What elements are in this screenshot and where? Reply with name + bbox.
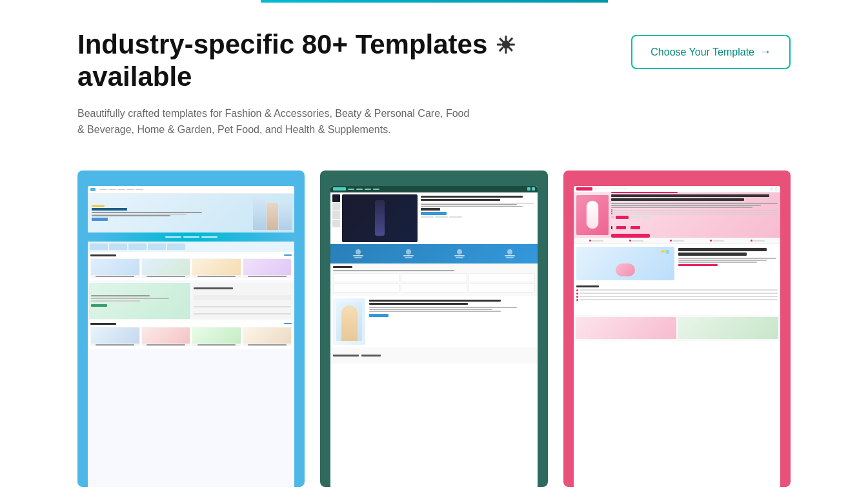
skincare-nav [88, 186, 294, 194]
template-screenshot-supplement [574, 186, 780, 487]
template-card-skincare[interactable] [77, 170, 305, 487]
supplement-mockup [574, 186, 780, 487]
tb-main-product [330, 296, 537, 347]
skincare-categories [88, 242, 294, 252]
skincare-arrivals-grid [90, 327, 292, 346]
skincare-hero-banner [88, 194, 294, 232]
hero-title: Industry-specific 80+ Templates ☀ availa… [77, 28, 516, 94]
main-content: Industry-specific 80+ Templates ☀ availa… [0, 3, 868, 487]
hero-section: Industry-specific 80+ Templates ☀ availa… [77, 28, 791, 138]
skincare-new-arrivals [88, 320, 294, 349]
choose-template-button[interactable]: Choose Your Template → [631, 35, 791, 69]
toothbrush-mockup [330, 186, 537, 487]
template-card-toothbrush[interactable] [320, 170, 547, 487]
supp-nav [574, 186, 780, 192]
choose-template-label: Choose Your Template [651, 46, 754, 58]
template-screenshot-skincare [88, 186, 294, 487]
arrow-icon: → [760, 45, 771, 59]
hero-right: Choose Your Template → [631, 28, 791, 69]
hero-description: Beautifully crafted templates for Fashio… [77, 105, 478, 138]
supp-daily-section [574, 244, 780, 283]
skincare-social-proof [88, 282, 294, 320]
supp-product-images [574, 315, 780, 341]
sun-icon: ☀ [495, 32, 516, 59]
supp-benefits [574, 283, 780, 315]
tb-blue-band [330, 244, 537, 264]
tb-features [330, 264, 537, 296]
template-screenshot-toothbrush [330, 186, 537, 487]
supp-badges [574, 238, 780, 244]
skincare-promo [88, 232, 294, 242]
tb-nav [330, 186, 537, 192]
tb-product-area [330, 192, 537, 244]
skincare-nav-items [99, 189, 143, 191]
template-card-supplement[interactable] [563, 170, 791, 487]
skincare-logo [90, 188, 96, 191]
skincare-product-grid [90, 258, 292, 278]
skincare-bestsellers [88, 252, 294, 280]
supp-hero [574, 192, 780, 238]
templates-grid [77, 170, 791, 487]
tb-rechargeable [330, 347, 537, 364]
skincare-mockup [88, 186, 294, 487]
hero-left: Industry-specific 80+ Templates ☀ availa… [77, 28, 516, 138]
